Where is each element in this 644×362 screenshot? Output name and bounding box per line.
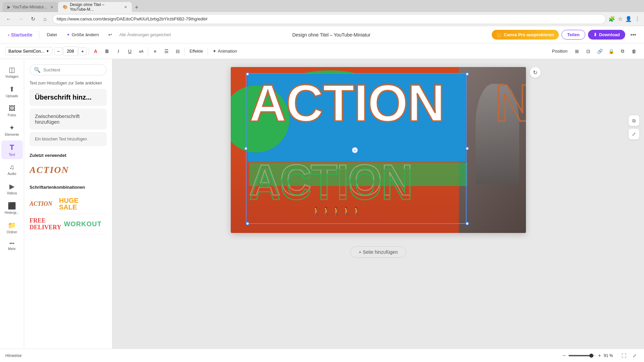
- action-text-main[interactable]: ACTION: [249, 77, 444, 129]
- search-input[interactable]: [43, 67, 102, 72]
- add-body-button[interactable]: Ein bisschen Text hinzufügen: [30, 132, 107, 146]
- fotos-label: Fotos: [8, 113, 16, 117]
- combo2-workout: WORKOUT: [64, 220, 102, 228]
- bold-button[interactable]: B: [102, 47, 112, 56]
- download-button[interactable]: ⬇ Download: [588, 30, 625, 40]
- sidebar-item-uploads[interactable]: ⬆ Uploads: [1, 82, 23, 101]
- zoom-slider-track[interactable]: [569, 355, 595, 356]
- copy-element-button[interactable]: ⧉: [618, 47, 627, 56]
- home-nav-button[interactable]: ‹ Startseite: [5, 31, 35, 39]
- add-subheading-button[interactable]: Zwischenüberschrift hinzufügen: [30, 109, 107, 129]
- more-options-button[interactable]: •••: [628, 29, 639, 40]
- address-bar-row: ← → ↻ ⌂ 🧩 ☆ 👤 ⋮: [0, 12, 644, 26]
- elemente-label: Elemente: [5, 133, 19, 136]
- font-size-decrease-button[interactable]: −: [54, 47, 62, 55]
- canvas-frame[interactable]: ACTION ACTION ACTION N 🚶🚶🚶🚶🚶: [231, 67, 526, 233]
- hints-button[interactable]: Hinweise: [5, 353, 22, 358]
- home-button[interactable]: ⌂: [40, 14, 50, 24]
- sidebar-item-mehr[interactable]: ••• Mehr: [1, 238, 23, 253]
- combo2-delivery: DELIVERY: [30, 224, 61, 231]
- forward-button[interactable]: →: [16, 14, 25, 24]
- document-title: Design ohne Titel – YouTube-Miniatur: [174, 32, 489, 38]
- canvas-area[interactable]: ⧉ ⤢ ↻: [112, 59, 644, 349]
- delete-element-button[interactable]: 🗑: [629, 47, 639, 56]
- distribute-button[interactable]: ⊟: [173, 47, 182, 56]
- chevron-left-icon: ‹: [8, 32, 10, 38]
- action-text-green: ACTION: [249, 159, 412, 209]
- move-handle[interactable]: ✛: [352, 147, 358, 154]
- text-color-button[interactable]: A: [91, 47, 100, 56]
- selection-handle-tr[interactable]: [466, 72, 469, 76]
- back-button[interactable]: ←: [4, 14, 13, 24]
- lock-button[interactable]: 🔒: [606, 47, 616, 56]
- zoom-minus-button[interactable]: −: [562, 353, 566, 359]
- zoom-plus-button[interactable]: +: [598, 353, 601, 359]
- top-toolbar: ‹ Startseite Datei ✦ Größe ändern ↩ Alle…: [0, 26, 644, 44]
- font-family-selector[interactable]: Barlow SemiCon... ▼: [5, 47, 52, 55]
- sidebar-item-text[interactable]: T Text: [1, 140, 23, 159]
- profile-icon[interactable]: 👤: [625, 16, 632, 22]
- file-label: Datei: [47, 32, 57, 37]
- fit-page-button[interactable]: ⛶: [620, 352, 628, 360]
- undo-button[interactable]: ↩: [105, 31, 115, 39]
- font-combo-1[interactable]: ACTION HUGE SALE: [30, 194, 107, 214]
- share-button[interactable]: Teilen: [561, 30, 585, 40]
- selection-handle-mr[interactable]: [466, 147, 469, 150]
- sidebar-item-vorlagen[interactable]: ◫ Vorlagen: [1, 63, 23, 81]
- left-sidebar: ◫ Vorlagen ⬆ Uploads 🖼 Fotos ✦ Elemente …: [0, 59, 112, 349]
- bullets-button[interactable]: ☰: [162, 47, 171, 56]
- fullscreen-button[interactable]: ⤢: [631, 352, 639, 360]
- vorlagen-label: Vorlagen: [5, 75, 18, 78]
- add-page-button[interactable]: + Seite hinzufügen: [350, 246, 406, 258]
- sidebar-item-ordner[interactable]: 📁 Ordner: [1, 219, 23, 237]
- font-combo-2[interactable]: FREE DELIVERY WORKOUT: [30, 214, 107, 235]
- recent-action-item[interactable]: ACTION: [30, 162, 107, 178]
- star-icon: ✦: [66, 32, 70, 37]
- zoom-slider-thumb[interactable]: [589, 354, 593, 358]
- case-button[interactable]: aA: [137, 47, 146, 56]
- copy-page-button[interactable]: ⧉: [629, 115, 639, 126]
- download-icon: ⬇: [593, 32, 597, 37]
- menu-icon[interactable]: ⋮: [635, 16, 640, 22]
- bookmark-icon[interactable]: ☆: [618, 16, 623, 22]
- tab1-close[interactable]: ✕: [50, 5, 53, 9]
- zoom-slider-fill: [569, 355, 591, 356]
- sidebar-item-audio[interactable]: ♫ Audio: [1, 161, 23, 178]
- recently-used-section: Zuletzt verwendet ACTION: [30, 153, 107, 178]
- animation-button[interactable]: ✦ Animation: [210, 47, 240, 55]
- address-input[interactable]: [52, 14, 606, 24]
- font-size-increase-button[interactable]: +: [78, 47, 87, 55]
- refresh-button[interactable]: ↻: [28, 14, 38, 24]
- selection-handle-bl[interactable]: [246, 222, 249, 225]
- tab2-close[interactable]: ✕: [124, 5, 127, 9]
- crop-button[interactable]: ⊡: [584, 47, 593, 56]
- file-button[interactable]: Datei: [43, 31, 60, 39]
- new-tab-button[interactable]: +: [132, 3, 141, 12]
- sidebar-item-videos[interactable]: ▶ Videos: [1, 180, 23, 198]
- font-size-input[interactable]: [63, 47, 78, 56]
- selection-handle-tl[interactable]: [246, 72, 249, 76]
- underline-button[interactable]: U: [125, 47, 135, 56]
- selection-handle-br[interactable]: [466, 222, 469, 225]
- font-size-control: − +: [54, 47, 87, 56]
- resize-button[interactable]: ✦ Größe ändern: [63, 31, 102, 39]
- tab-youtube-miniatur[interactable]: ▶ YouTube-Miniatur... ✕: [3, 2, 58, 12]
- link-button[interactable]: 🔗: [595, 47, 604, 56]
- align-left-button[interactable]: ≡: [150, 47, 160, 56]
- add-heading-button[interactable]: Überschrift hinz...: [30, 89, 107, 106]
- sidebar-item-fotos[interactable]: 🖼 Fotos: [1, 102, 23, 120]
- canva-pro-button[interactable]: 👑 Canva Pro ausprobieren: [492, 30, 559, 40]
- selection-handle-ml[interactable]: [244, 147, 248, 150]
- position-grid-button[interactable]: ⊞: [572, 47, 582, 56]
- effekte-button[interactable]: Effekte: [187, 47, 206, 55]
- zoom-icons: ⛶ ⤢: [620, 352, 639, 360]
- sidebar-item-elemente[interactable]: ✦ Elemente: [1, 121, 23, 139]
- extend-page-button[interactable]: ⤢: [629, 129, 639, 139]
- italic-button[interactable]: I: [114, 47, 123, 56]
- position-button[interactable]: Position: [549, 47, 570, 55]
- extension-icon[interactable]: 🧩: [608, 16, 615, 22]
- sidebar-item-hintergrund[interactable]: ⬛ Hintergr...: [1, 199, 23, 217]
- tab-design[interactable]: 🎨 Design ohne Titel – YouTube-M... ✕: [58, 2, 132, 12]
- refresh-canvas-button[interactable]: ↻: [530, 67, 541, 78]
- combo2-left: FREE DELIVERY: [30, 218, 61, 231]
